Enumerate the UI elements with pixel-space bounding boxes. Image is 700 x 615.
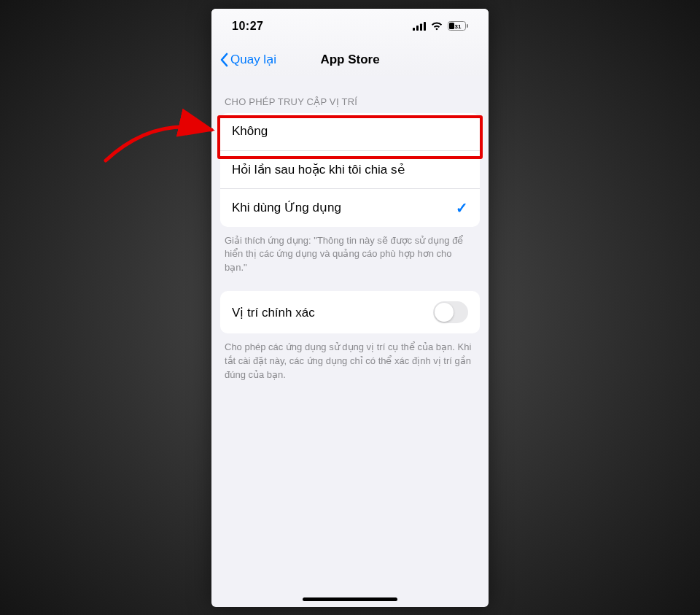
precise-location-toggle[interactable] <box>433 301 468 323</box>
location-access-options-group: Không Hỏi lần sau hoặc khi tôi chia sẻ K… <box>220 113 480 227</box>
precise-location-label: Vị trí chính xác <box>232 305 433 320</box>
svg-rect-6 <box>449 23 454 29</box>
option-label: Không <box>232 124 468 139</box>
toggle-knob <box>435 303 454 322</box>
precise-location-group: Vị trí chính xác <box>220 291 480 333</box>
phone-frame: 10:27 31 Quay lại App Store <box>211 9 489 607</box>
battery-icon: 31 <box>448 21 468 31</box>
svg-text:31: 31 <box>455 23 462 30</box>
wifi-icon <box>430 22 443 31</box>
option-label: Hỏi lần sau hoặc khi tôi chia sẻ <box>232 162 468 177</box>
status-indicators: 31 <box>413 21 468 31</box>
home-indicator[interactable] <box>303 597 397 601</box>
chevron-left-icon <box>219 53 229 67</box>
back-label: Quay lại <box>230 52 276 67</box>
checkmark-icon: ✓ <box>456 199 468 217</box>
back-button[interactable]: Quay lại <box>219 52 276 67</box>
precise-location-row[interactable]: Vị trí chính xác <box>220 291 480 333</box>
cellular-signal-icon <box>413 22 426 31</box>
settings-content: CHO PHÉP TRUY CẬP VỊ TRÍ Không Hỏi lần s… <box>211 76 489 382</box>
navigation-bar: Quay lại App Store <box>211 44 489 76</box>
option-label: Khi dùng Ứng dụng <box>232 200 456 215</box>
option-while-using-app[interactable]: Khi dùng Ứng dụng ✓ <box>220 189 480 227</box>
svg-rect-4 <box>424 22 426 31</box>
option-never[interactable]: Không <box>220 113 480 151</box>
precise-section-footer: Cho phép các ứng dụng sử dụng vị trí cụ … <box>211 333 489 382</box>
location-section-footer: Giải thích ứng dụng: "Thông tin này sẽ đ… <box>211 227 489 276</box>
svg-rect-7 <box>467 24 468 28</box>
status-bar: 10:27 31 <box>211 9 489 44</box>
svg-rect-3 <box>420 23 422 31</box>
allow-location-access-header: CHO PHÉP TRUY CẬP VỊ TRÍ <box>211 76 489 113</box>
svg-rect-2 <box>416 26 419 31</box>
option-ask-next-time[interactable]: Hỏi lần sau hoặc khi tôi chia sẻ <box>220 151 480 189</box>
svg-rect-1 <box>413 28 415 31</box>
status-time: 10:27 <box>232 20 263 33</box>
